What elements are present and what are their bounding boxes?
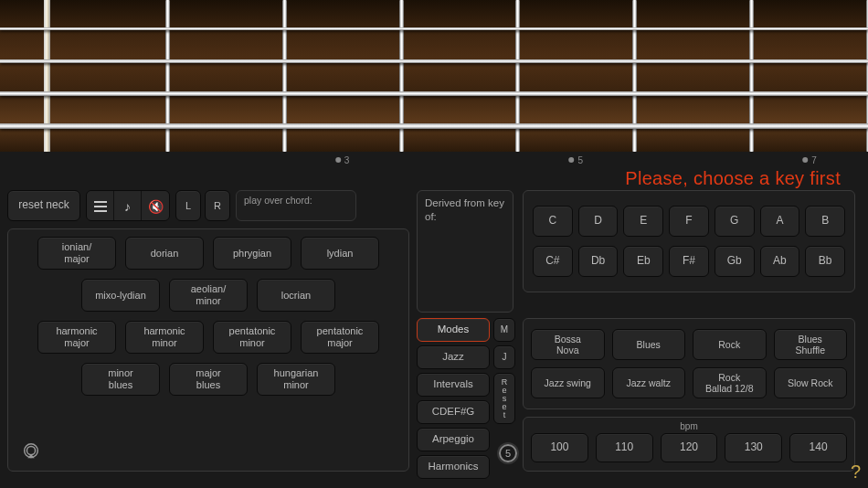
bpm-button[interactable]: 100 <box>531 433 588 462</box>
fret <box>632 0 637 152</box>
mute-icon: 🔇 <box>148 199 164 214</box>
toolbar: reset neck ♪ 🔇 L R play over chord: <box>7 190 356 221</box>
fretboard[interactable] <box>0 0 868 152</box>
bpm-button[interactable]: 140 <box>789 433 847 462</box>
key-button[interactable]: Eb <box>623 246 663 277</box>
category-button[interactable]: Intervals <box>417 373 490 397</box>
key-button[interactable]: Ab <box>760 246 800 277</box>
fret-dot: 3 <box>335 155 350 165</box>
scale-button[interactable]: dorian <box>125 237 204 270</box>
derived-from-panel: Derived from key of: <box>417 190 513 313</box>
warning-text: Please, choose a key first <box>625 168 841 189</box>
category-button[interactable]: Modes <box>417 318 490 342</box>
string[interactable] <box>0 123 868 129</box>
right-hand-button[interactable]: R <box>205 190 230 221</box>
bpm-label: bpm <box>531 421 847 431</box>
airplay-icon[interactable] <box>21 441 41 461</box>
style-button[interactable]: Rock Ballad 12/8 <box>693 367 767 398</box>
string[interactable] <box>0 27 868 30</box>
key-button[interactable]: C <box>533 206 573 237</box>
circle-number-button[interactable]: 5 <box>499 444 517 462</box>
fret <box>399 0 404 152</box>
left-hand-button[interactable]: L <box>175 190 201 221</box>
aux-m-button[interactable]: M <box>493 318 515 342</box>
key-button[interactable]: F <box>669 206 709 237</box>
keys-panel: CDEFGABC#DbEbF#GbAbBb <box>523 190 855 292</box>
note-button[interactable]: ♪ <box>114 191 142 221</box>
style-button[interactable]: Jazz waltz <box>612 367 686 398</box>
bpm-button[interactable]: 130 <box>725 433 782 462</box>
fret-dot: 5 <box>569 155 584 165</box>
scale-button[interactable]: hungarian minor <box>257 363 335 396</box>
lr-group: L R <box>175 190 230 221</box>
style-button[interactable]: Blues Shuffle <box>774 329 848 360</box>
category-button[interactable]: Harmonics <box>417 455 490 479</box>
styles-panel: Bossa NovaBluesRockBlues ShuffleJazz swi… <box>523 318 855 409</box>
scale-button[interactable]: mixo-lydian <box>81 279 160 312</box>
fret-dot: 7 <box>802 155 817 165</box>
style-button[interactable]: Rock <box>693 329 767 360</box>
key-button[interactable]: C# <box>533 246 573 277</box>
category-button[interactable]: Arpeggio <box>417 428 490 451</box>
bpm-button[interactable]: 120 <box>661 433 718 462</box>
icon-toolbar: ♪ 🔇 <box>86 190 170 221</box>
scale-button[interactable]: minor blues <box>81 363 160 396</box>
style-button[interactable]: Jazz swing <box>531 367 605 398</box>
help-button[interactable]: ? <box>851 461 861 483</box>
key-button[interactable]: G <box>715 206 755 237</box>
mute-button[interactable]: 🔇 <box>142 191 169 221</box>
scale-button[interactable]: phrygian <box>213 237 291 270</box>
fret <box>165 0 170 152</box>
scale-button[interactable]: harmonic minor <box>125 321 204 354</box>
fret <box>282 0 287 152</box>
key-button[interactable]: Bb <box>805 246 845 277</box>
string[interactable] <box>0 91 868 96</box>
scale-button[interactable]: major blues <box>169 363 248 396</box>
play-over-chord-field[interactable]: play over chord: <box>236 190 356 221</box>
key-button[interactable]: A <box>760 206 800 237</box>
key-button[interactable]: E <box>623 206 663 237</box>
style-button[interactable]: Blues <box>612 329 686 360</box>
aux-j-button[interactable]: J <box>493 345 515 369</box>
styles-row: Bossa NovaBluesRockBlues Shuffle <box>531 329 847 360</box>
category-button[interactable]: Jazz <box>417 345 490 369</box>
key-button[interactable]: D <box>578 206 619 237</box>
key-button[interactable]: F# <box>669 246 709 277</box>
string[interactable] <box>0 59 868 63</box>
scales-panel: ionian/ majordorianphrygianlydianmixo-ly… <box>7 228 409 472</box>
category-aux-column: M J R e s e t <box>493 318 515 424</box>
styles-row: Jazz swingJazz waltzRock Ballad 12/8Slow… <box>531 367 847 398</box>
scale-button[interactable]: ionian/ major <box>37 237 116 270</box>
reset-neck-button[interactable]: reset neck <box>7 190 80 221</box>
scale-button[interactable]: locrian <box>257 279 335 312</box>
scale-button[interactable]: lydian <box>301 237 379 270</box>
style-button[interactable]: Bossa Nova <box>531 329 605 360</box>
category-column: ModesJazzIntervalsCDEF#GArpeggioHarmonic… <box>417 318 490 479</box>
svg-point-1 <box>26 447 35 455</box>
scales-row: mixo-lydianaeolian/ minorlocrian <box>17 279 399 312</box>
scales-row: harmonic majorharmonic minorpentatonic m… <box>17 321 399 354</box>
scale-button[interactable]: pentatonic major <box>301 321 379 354</box>
key-button[interactable]: Gb <box>715 246 755 277</box>
bpm-row: 100110120130140 <box>531 433 847 462</box>
scales-row: ionian/ majordorianphrygianlydian <box>17 237 399 270</box>
note-icon: ♪ <box>124 199 131 214</box>
menu-button[interactable] <box>87 191 114 221</box>
keys-row: C#DbEbF#GbAbBb <box>533 246 845 277</box>
scale-button[interactable]: pentatonic minor <box>213 321 291 354</box>
scale-button[interactable]: aeolian/ minor <box>169 279 248 312</box>
key-button[interactable]: Db <box>578 246 619 277</box>
key-button[interactable]: B <box>805 206 845 237</box>
fret-markers: 357 <box>0 152 868 168</box>
fret <box>749 0 754 152</box>
scale-button[interactable]: harmonic major <box>37 321 116 354</box>
aux-reset-button[interactable]: R e s e t <box>493 373 515 424</box>
style-button[interactable]: Slow Rock <box>774 367 848 398</box>
hamburger-icon <box>94 201 107 212</box>
keys-row: CDEFGAB <box>533 206 845 237</box>
category-button[interactable]: CDEF#G <box>417 400 490 424</box>
fret <box>515 0 520 152</box>
scales-row: minor bluesmajor blueshungarian minor <box>17 363 399 396</box>
bpm-panel: bpm 100110120130140 <box>523 417 855 472</box>
bpm-button[interactable]: 110 <box>596 433 653 462</box>
